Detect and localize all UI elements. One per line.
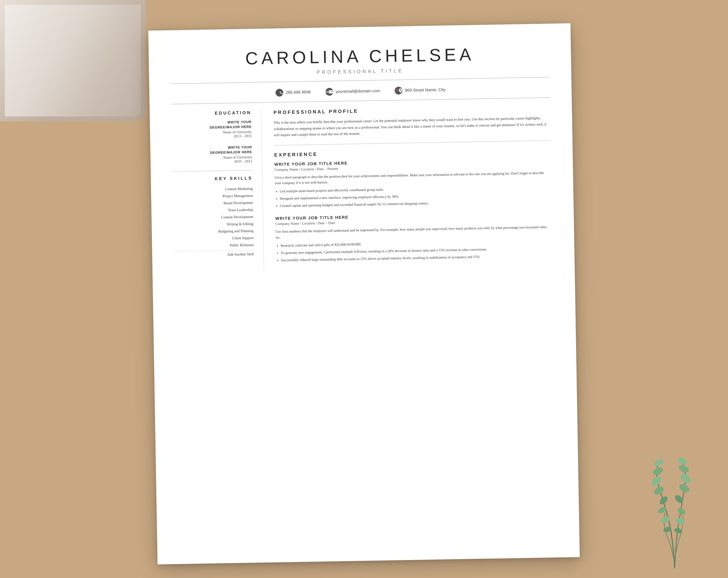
- skills-heading: KEY SKILLS: [173, 176, 252, 182]
- contact-phone: 286 696 9696: [276, 88, 311, 97]
- exp-description-2: Use firm numbers that the employer will …: [276, 224, 552, 241]
- education-heading: EDUCATION: [172, 110, 252, 117]
- svg-point-7: [677, 456, 688, 466]
- eucalyptus-decoration: [636, 427, 713, 568]
- profile-experience-divider: [274, 140, 551, 146]
- svg-point-10: [657, 505, 667, 515]
- education-entry-2: WRITE YOURDEGREE/MAJOR HERE Name of Univ…: [172, 145, 252, 165]
- svg-point-8: [658, 495, 669, 506]
- svg-point-13: [675, 517, 685, 525]
- exp-bullets-2: Research, cultivate and solicit gifts of…: [281, 238, 552, 263]
- right-column: PROFESSIONAL PROFILE This is the area wh…: [261, 105, 553, 271]
- add-skill-button[interactable]: Add Another Skill: [174, 250, 254, 258]
- two-column-layout: EDUCATION WRITE YOURDEGREE/MAJOR HERE Na…: [172, 105, 553, 272]
- svg-point-1: [650, 474, 663, 488]
- exp-entry-1: WRITE YOUR JOB TITLE HERE Company Name /…: [274, 157, 552, 209]
- left-column: EDUCATION WRITE YOURDEGREE/MAJOR HERE Na…: [172, 110, 264, 272]
- email-address: youremail@domain.com: [336, 88, 380, 94]
- exp-bullets-1: Led multiple team-based projects and eff…: [280, 184, 552, 209]
- resume-header: CAROLINA CHELSEA PROFESSIONAL TITLE 286 …: [171, 43, 550, 104]
- experience-heading: EXPERIENCE: [274, 147, 551, 158]
- edu-degree-2: WRITE YOURDEGREE/MAJOR HERE: [172, 145, 252, 156]
- bg-marble-decoration: [0, 0, 146, 121]
- street-address: 969 Street Name, City: [405, 87, 445, 93]
- phone-number: 286 696 9696: [286, 90, 311, 95]
- resume-name: CAROLINA CHELSEA: [171, 43, 549, 70]
- education-entry-1: WRITE YOURDEGREE/MAJOR HERE Name of Univ…: [172, 120, 252, 139]
- location-icon: [395, 87, 402, 95]
- contact-bar: 286 696 9696 youremail@domain.com 969 St…: [171, 82, 550, 102]
- exp-entry-2: WRITE YOUR JOB TITLE HERE Company Name /…: [275, 212, 552, 263]
- svg-point-2: [652, 466, 665, 476]
- contact-email: youremail@domain.com: [326, 87, 380, 96]
- phone-icon: [276, 89, 283, 97]
- svg-point-15: [674, 527, 683, 534]
- svg-point-4: [678, 483, 691, 494]
- contact-address: 969 Street Name, City: [395, 86, 445, 95]
- edu-skills-divider: [173, 170, 252, 172]
- resume-paper: CAROLINA CHELSEA PROFESSIONAL TITLE 286 …: [148, 23, 580, 564]
- skill-9: Public Relations: [174, 241, 254, 250]
- skills-list: Content Marketing Project Management Bra…: [173, 185, 254, 250]
- svg-point-3: [653, 458, 665, 468]
- profile-text: This is the area where you briefly descr…: [274, 115, 550, 138]
- email-icon: [326, 88, 333, 96]
- edu-degree-1: WRITE YOURDEGREE/MAJOR HERE: [172, 120, 252, 131]
- exp-description-1: Give a short paragraph to describe the p…: [275, 170, 551, 186]
- profile-heading: PROFESSIONAL PROFILE: [274, 105, 550, 115]
